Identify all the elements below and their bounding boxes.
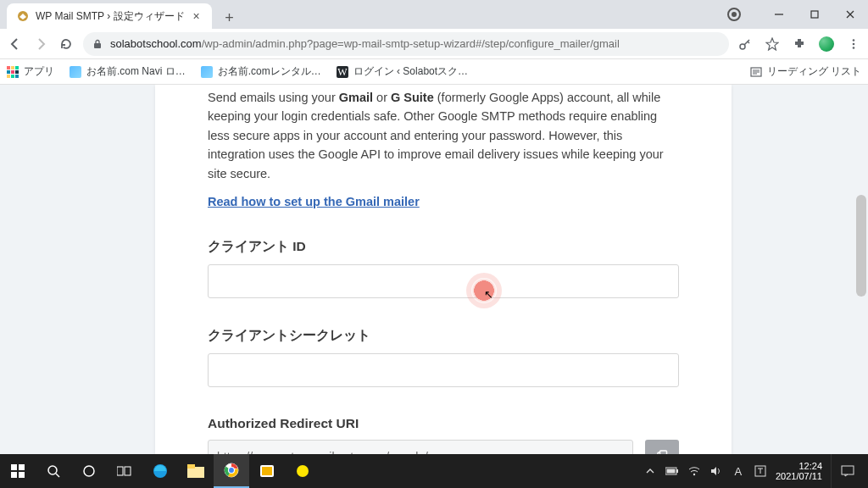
svg-point-21 [48,466,57,474]
client-id-input[interactable] [208,264,679,298]
bookmark-label: お名前.com Navi ロ… [86,64,186,79]
bookmark-item[interactable]: W ログイン ‹ Solabotスク… [337,64,468,79]
lock-icon [92,38,103,50]
url-path: /wp-admin/admin.php?page=wp-mail-smtp-se… [202,37,620,50]
browser-toolbar: solabotschool.com/wp-admin/admin.php?pag… [0,29,868,59]
taskbar-app-edge[interactable] [142,454,178,488]
address-bar[interactable]: solabotschool.com/wp-admin/admin.php?pag… [83,32,729,56]
clock-time: 12:24 [776,461,822,471]
menu-icon[interactable] [846,36,861,52]
windows-taskbar: A 12:24 2021/07/11 [0,454,868,488]
action-center-button[interactable] [831,454,863,488]
tray-wifi-icon[interactable] [687,464,701,478]
svg-line-22 [56,474,59,477]
redirect-uri-value: https://connect.wpmailsmtp.com/google/ [208,440,633,454]
apps-shortcut[interactable]: アプリ [7,64,54,79]
close-tab-icon[interactable]: × [192,11,202,21]
window-close-button[interactable] [832,0,868,29]
svg-rect-5 [94,43,101,48]
bookmarks-bar: アプリ お名前.com Navi ロ… お名前.comレンタル… W ログイン … [0,59,868,85]
apps-icon [7,66,19,78]
extensions-icon[interactable] [792,36,807,52]
tray-ime-label[interactable]: A [732,464,745,478]
svg-rect-38 [666,469,675,474]
svg-rect-19 [11,472,17,478]
svg-rect-43 [842,466,854,474]
url-host: solabotschool.com [110,37,202,50]
reading-list-icon [750,66,762,78]
taskbar-app-explorer[interactable] [178,454,214,488]
bookmark-favicon-icon [70,66,81,78]
tray-ime-icon[interactable] [754,464,767,478]
documentation-link[interactable]: Read how to set up the Gmail mailer [208,195,420,208]
svg-point-35 [297,465,309,477]
recording-indicator-icon[interactable] [727,8,741,21]
bookmark-item[interactable]: お名前.com Navi ロ… [70,64,186,79]
svg-text:W: W [337,66,348,78]
star-icon[interactable] [765,36,780,52]
svg-rect-20 [19,472,25,478]
search-button[interactable] [36,454,71,488]
svg-point-9 [853,47,855,49]
cortana-button[interactable] [71,454,107,488]
svg-point-39 [693,474,695,475]
taskbar-app-slides[interactable] [249,454,285,488]
client-secret-label: クライアントシークレット [208,327,679,345]
taskbar-clock[interactable]: 12:24 2021/07/11 [776,461,822,481]
svg-rect-34 [262,467,272,475]
profile-avatar[interactable] [819,36,834,52]
svg-rect-28 [187,464,195,469]
forward-button[interactable] [32,36,49,53]
bookmark-favicon-icon: W [337,66,348,78]
cursor-pointer-icon: ↖ [484,288,493,301]
svg-rect-37 [676,469,678,473]
taskbar-app-recorder[interactable] [285,454,320,488]
svg-rect-17 [11,464,17,470]
page-viewport: Send emails using your Gmail or G Suite … [0,85,868,454]
client-id-label: クライアント ID [208,238,679,256]
reading-list-button[interactable]: リーディング リスト [750,64,861,79]
task-view-button[interactable] [107,454,142,488]
svg-rect-18 [19,464,25,470]
svg-point-7 [853,39,855,42]
setup-card: Send emails using your Gmail or G Suite … [155,85,732,454]
svg-rect-25 [125,467,131,475]
tray-battery-icon[interactable] [665,464,679,478]
tray-volume-icon[interactable] [709,464,723,478]
new-tab-button[interactable]: + [219,7,241,29]
copy-button[interactable] [645,440,679,454]
back-button[interactable] [7,36,24,53]
redirect-uri-label: Authorized Redirect URI [208,416,679,431]
key-icon[interactable] [737,36,753,52]
client-secret-input[interactable] [208,353,679,387]
reading-list-label: リーディング リスト [767,64,861,79]
window-minimize-button[interactable] [761,0,797,29]
tab-favicon-icon [17,10,29,22]
svg-rect-2 [811,11,818,18]
svg-point-8 [853,42,855,45]
browser-tab[interactable]: WP Mail SMTP › 設定ウィザード × [7,3,212,29]
bookmark-label: ログイン ‹ Solabotスク… [353,64,468,79]
scrollbar[interactable] [856,85,866,454]
tab-title: WP Mail SMTP › 設定ウィザード [36,9,185,24]
clock-date: 2021/07/11 [776,471,822,481]
svg-rect-24 [117,467,123,475]
browser-titlebar: WP Mail SMTP › 設定ウィザード × + [0,0,868,29]
bookmark-favicon-icon [201,66,213,78]
svg-point-23 [84,466,94,476]
apps-label: アプリ [24,64,54,79]
scrollbar-thumb[interactable] [856,195,866,297]
mailer-description: Send emails using your Gmail or G Suite … [208,85,679,183]
tray-chevron-icon[interactable] [643,464,657,478]
taskbar-app-chrome[interactable] [214,454,249,488]
window-maximize-button[interactable] [797,0,832,29]
start-button[interactable] [0,454,36,488]
bookmark-label: お名前.comレンタル… [218,64,321,79]
system-tray: A 12:24 2021/07/11 [643,454,868,488]
reload-button[interactable] [58,36,75,53]
bookmark-item[interactable]: お名前.comレンタル… [201,64,321,79]
